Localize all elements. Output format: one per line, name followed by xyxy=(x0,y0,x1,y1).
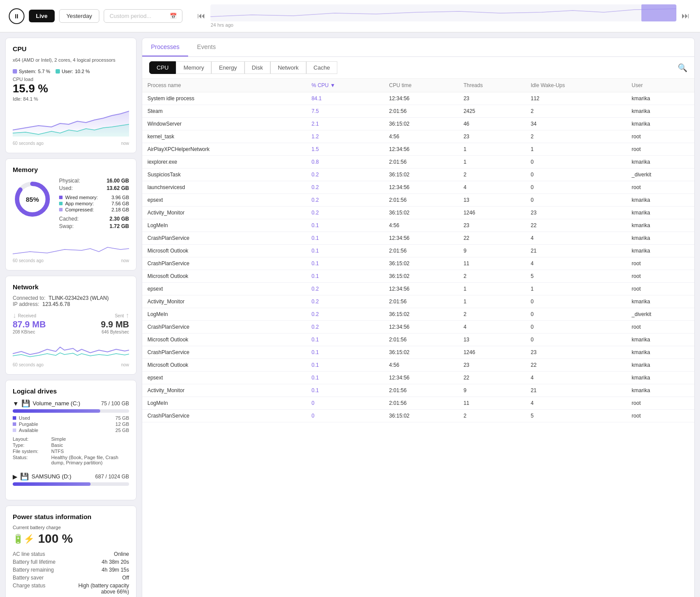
idle-value: 84.1 % xyxy=(23,96,38,102)
process-threads: 1 xyxy=(458,156,525,169)
process-user: kmarika xyxy=(626,384,694,397)
process-cpu-time: 36:15:02 xyxy=(384,308,458,321)
process-idle-wakeups: 5 xyxy=(525,410,626,422)
prev-arrow[interactable]: ⏮ xyxy=(196,10,207,22)
table-row[interactable]: CrashPlanService 0.1 36:15:02 11 4 root xyxy=(142,257,694,270)
network-info: Connected to: TLINK-02342e23 (WLAN) IP a… xyxy=(13,295,129,307)
process-name: epsext xyxy=(142,283,306,295)
process-cpu: 0.1 xyxy=(306,245,384,257)
process-threads: 11 xyxy=(458,257,525,270)
process-table-head: Process name % CPU ▼ CPU time Threads Id… xyxy=(142,79,694,92)
process-idle-wakeups: 21 xyxy=(525,384,626,397)
process-cpu: 0.8 xyxy=(306,156,384,169)
cpu-legend-system: System: 5.7 % xyxy=(13,69,50,74)
process-threads: 23 xyxy=(458,219,525,232)
table-row[interactable]: Microsoft Outlook 0.1 2:01:56 9 21 kmari… xyxy=(142,245,694,257)
table-row[interactable]: Microsoft Outlook 0.1 4:56 23 22 kmarika xyxy=(142,359,694,372)
process-cpu: 0.2 xyxy=(306,169,384,181)
drive-d-collapse[interactable]: ▶ xyxy=(13,473,18,480)
table-row[interactable]: Activity_Monitor 0.1 2:01:56 9 21 kmarik… xyxy=(142,384,694,397)
process-name: WindowServer xyxy=(142,118,306,130)
process-cpu-time: 12:34:56 xyxy=(384,283,458,295)
tab-events[interactable]: Events xyxy=(188,38,224,56)
process-user: kmarika xyxy=(626,156,694,169)
filter-memory[interactable]: Memory xyxy=(176,61,211,74)
processes-panel: Processes Events CPU Memory Energy Disk … xyxy=(142,38,695,597)
table-row[interactable]: Microsoft Outlook 0.1 2:01:56 13 0 kmari… xyxy=(142,334,694,346)
system-dot xyxy=(13,69,17,74)
process-idle-wakeups: 1 xyxy=(525,143,626,156)
table-row[interactable]: epsext 0.2 2:01:56 13 0 kmarika xyxy=(142,194,694,207)
sent-value: 9.9 MB xyxy=(101,320,129,330)
th-threads[interactable]: Threads xyxy=(458,79,525,92)
process-cpu-time: 2:01:56 xyxy=(384,156,458,169)
calendar-icon[interactable]: 📅 xyxy=(170,13,177,19)
search-button[interactable]: 🔍 xyxy=(678,63,687,73)
filter-cpu[interactable]: CPU xyxy=(149,61,176,74)
process-cpu: 0.1 xyxy=(306,359,384,372)
table-row[interactable]: CrashPlanService 0.2 12:34:56 4 0 root xyxy=(142,321,694,334)
next-arrow[interactable]: ⏭ xyxy=(680,10,691,22)
table-row[interactable]: System idle process 84.1 12:34:56 23 112… xyxy=(142,92,694,105)
process-idle-wakeups: 2 xyxy=(525,105,626,118)
process-threads: 23 xyxy=(458,130,525,143)
table-row[interactable]: kernel_task 1.2 4:56 23 2 root xyxy=(142,130,694,143)
tab-processes[interactable]: Processes xyxy=(142,38,188,56)
table-row[interactable]: epsext 0.2 12:34:56 1 1 root xyxy=(142,283,694,295)
pause-button[interactable]: ⏸ xyxy=(9,8,24,24)
filter-cache[interactable]: Cache xyxy=(306,61,338,74)
table-row[interactable]: WindowServer 2.1 36:15:02 46 34 kmarika xyxy=(142,118,694,130)
timeline-track[interactable] xyxy=(210,4,676,21)
process-idle-wakeups: 21 xyxy=(525,245,626,257)
table-row[interactable]: launchservicesd 0.2 12:34:56 4 0 root xyxy=(142,181,694,194)
process-scroll[interactable]: Process name % CPU ▼ CPU time Threads Id… xyxy=(142,79,694,422)
yesterday-button[interactable]: Yesterday xyxy=(59,9,100,23)
drive-c-bar xyxy=(13,409,129,413)
table-row[interactable]: LogMeIn 0.2 36:15:02 2 0 _diverkit xyxy=(142,308,694,321)
custom-period-input[interactable]: Custom period... 📅 xyxy=(104,9,182,23)
process-cpu-time: 2:01:56 xyxy=(384,245,458,257)
table-row[interactable]: SuspiciosTask 0.2 36:15:02 2 0 _diverkit xyxy=(142,169,694,181)
table-row[interactable]: Microsoft Outlook 0.1 36:15:02 2 5 root xyxy=(142,270,694,283)
process-threads: 2 xyxy=(458,308,525,321)
process-cpu-time: 12:34:56 xyxy=(384,143,458,156)
table-row[interactable]: iexplorer.exe 0.8 2:01:56 1 0 kmarika xyxy=(142,156,694,169)
table-row[interactable]: LogMeIn 0 2:01:56 11 4 root xyxy=(142,397,694,410)
process-threads: 2425 xyxy=(458,105,525,118)
process-cpu: 0.2 xyxy=(306,283,384,295)
process-idle-wakeups: 0 xyxy=(525,321,626,334)
filter-disk[interactable]: Disk xyxy=(245,61,270,74)
idle-label: Idle: xyxy=(13,96,22,102)
live-button[interactable]: Live xyxy=(29,10,55,22)
table-row[interactable]: Steam 7.5 2:01:56 2425 2 kmarika xyxy=(142,105,694,118)
filter-network[interactable]: Network xyxy=(270,61,306,74)
process-user: kmarika xyxy=(626,232,694,245)
drive-c-collapse[interactable]: ▼ xyxy=(13,400,19,407)
network-title: Network xyxy=(13,283,129,291)
process-idle-wakeups: 0 xyxy=(525,194,626,207)
table-row[interactable]: CrashPlanService 0 36:15:02 2 5 root xyxy=(142,410,694,422)
process-name: Activity_Monitor xyxy=(142,384,306,397)
system-value: 5.7 % xyxy=(38,69,50,74)
process-cpu: 1.5 xyxy=(306,143,384,156)
cpu-title: CPU xyxy=(13,45,129,53)
process-cpu: 0.1 xyxy=(306,219,384,232)
process-cpu: 0.1 xyxy=(306,384,384,397)
process-cpu: 0.2 xyxy=(306,194,384,207)
th-user[interactable]: User xyxy=(626,79,694,92)
table-row[interactable]: Activity_Monitor 0.2 2:01:56 1 0 kmarika xyxy=(142,295,694,308)
th-cpu[interactable]: % CPU ▼ xyxy=(306,79,384,92)
th-idle-wakeups[interactable]: Idle Wake-Ups xyxy=(525,79,626,92)
process-cpu: 0.1 xyxy=(306,270,384,283)
table-row[interactable]: Activity_Monitor 0.2 36:15:02 1246 23 km… xyxy=(142,207,694,219)
filter-energy[interactable]: Energy xyxy=(211,61,244,74)
table-row[interactable]: AirPlayXPCHelperNetwork 1.5 12:34:56 1 1… xyxy=(142,143,694,156)
table-row[interactable]: LogMeIn 0.1 4:56 23 22 kmarika xyxy=(142,219,694,232)
th-name[interactable]: Process name xyxy=(142,79,306,92)
process-table: Process name % CPU ▼ CPU time Threads Id… xyxy=(142,79,694,422)
table-row[interactable]: CrashPlanService 0.1 36:15:02 1246 23 km… xyxy=(142,346,694,359)
table-row[interactable]: epsext 0.1 12:34:56 22 4 kmarika xyxy=(142,372,694,384)
cpu-time-end: now xyxy=(121,141,129,146)
th-cpu-time[interactable]: CPU time xyxy=(384,79,458,92)
table-row[interactable]: CrashPlanService 0.1 12:34:56 22 4 kmari… xyxy=(142,232,694,245)
